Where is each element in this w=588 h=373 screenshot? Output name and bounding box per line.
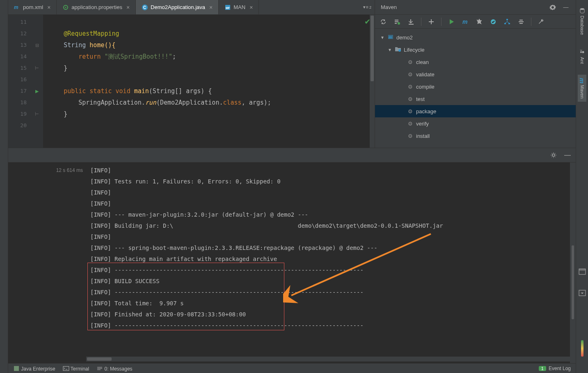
svg-point-7 — [398, 22, 400, 25]
gear-icon: ⚙ — [407, 96, 414, 102]
build-output-panel: 12 s 614 ms [INFO] [INFO] Tests run: 1, … — [8, 162, 576, 373]
fold-icon[interactable]: ⊟ — [31, 39, 43, 51]
minimize-icon[interactable]: — — [563, 151, 572, 159]
svg-point-20 — [580, 51, 582, 53]
manifest-file-icon: MF — [224, 4, 231, 11]
code-editor[interactable]: 11 12 13 14 15 16 17 18 19 20 — [8, 15, 375, 148]
console-h-scrollbar[interactable] — [86, 357, 570, 362]
ant-icon — [579, 49, 586, 55]
tree-goal-verify[interactable]: ⚙ verify — [375, 117, 576, 130]
editor-tab-bar: m pom.xml × application.properties × — [8, 0, 375, 15]
editor-scrollbar[interactable] — [370, 15, 375, 148]
minimize-icon[interactable]: — — [562, 3, 570, 11]
expand-arrow-icon[interactable]: ▼ — [387, 48, 392, 52]
toggle-skip-tests-icon[interactable] — [475, 18, 483, 26]
gutter-icons: ⊟ ⊢ ▶ ⊢ — [31, 15, 43, 148]
tree-goal-package[interactable]: ⚙ package — [375, 105, 576, 117]
maven-panel-title: Maven — [381, 4, 397, 10]
tree-goal-clean[interactable]: ⚙ clean — [375, 56, 576, 68]
svg-rect-12 — [508, 23, 510, 24]
show-dependencies-icon[interactable] — [503, 18, 511, 26]
run-gutter-icon[interactable]: ▶ — [31, 85, 43, 97]
svg-point-2 — [65, 7, 66, 8]
svg-point-21 — [582, 51, 584, 53]
offline-mode-icon[interactable] — [489, 18, 497, 26]
tab-demo2application[interactable]: C Demo2Application.java × — [136, 0, 219, 14]
tree-lifecycle-label: Lifecycle — [404, 47, 425, 53]
maven-file-icon: m — [14, 4, 21, 11]
expand-arrow-icon[interactable]: ▼ — [380, 35, 385, 40]
build-console[interactable]: [INFO] [INFO] Tests run: 1, Failures: 0,… — [86, 162, 570, 373]
close-icon[interactable]: × — [209, 4, 213, 11]
generate-sources-icon[interactable] — [393, 18, 401, 26]
console-scrollbar[interactable] — [570, 162, 576, 373]
svg-text:m: m — [14, 5, 18, 10]
svg-rect-11 — [504, 23, 506, 24]
run-icon[interactable] — [447, 18, 455, 26]
svg-rect-23 — [579, 269, 586, 271]
svg-rect-10 — [506, 19, 508, 20]
close-icon[interactable]: × — [126, 4, 130, 11]
folder-icon — [395, 46, 401, 54]
collapse-all-icon[interactable] — [517, 18, 525, 26]
layout-icon-2[interactable] — [576, 287, 588, 301]
svg-point-19 — [580, 8, 584, 10]
build-panel-header: — — [8, 148, 576, 162]
tree-goal-test[interactable]: ⚙ test — [375, 93, 576, 105]
right-tab-ant[interactable]: Ant — [578, 46, 586, 67]
right-tab-database[interactable]: Database — [578, 4, 586, 38]
tree-lifecycle-node[interactable]: ▼ Lifecycle — [375, 43, 576, 56]
gear-icon[interactable] — [549, 151, 558, 159]
right-tool-tabs: Database Ant m Maven — [576, 0, 588, 373]
tab-properties[interactable]: application.properties × — [57, 0, 136, 14]
svg-rect-17 — [14, 366, 19, 371]
tree-goal-validate[interactable]: ⚙ validate — [375, 68, 576, 80]
svg-point-15 — [398, 49, 401, 52]
maven-tool-window: Maven — — [375, 0, 576, 148]
status-messages[interactable]: 0: Messages — [96, 365, 132, 372]
event-count-badge: 1 — [539, 366, 546, 371]
breadcrumb-toggle-icon[interactable]: ▾≡2 — [360, 0, 375, 14]
memory-indicator — [581, 340, 583, 357]
refresh-icon[interactable] — [379, 18, 387, 26]
layout-icon-1[interactable] — [576, 265, 588, 279]
right-tab-maven[interactable]: m Maven — [578, 75, 586, 102]
maven-m-icon: m — [579, 78, 586, 83]
maven-toolbar: m — [375, 15, 576, 29]
tree-goal-compile[interactable]: ⚙ compile — [375, 80, 576, 93]
gear-icon: ⚙ — [407, 121, 414, 127]
code-text[interactable]: @RequestMapping String home(){ return "测… — [43, 15, 375, 148]
gear-icon: ⚙ — [407, 71, 414, 78]
add-icon[interactable] — [427, 18, 435, 26]
status-event-log[interactable]: Event Log — [549, 366, 571, 371]
close-icon[interactable]: × — [47, 4, 50, 11]
status-bar: Java Enterprise Terminal 0: Messages 1 E… — [8, 363, 576, 373]
tab-label: pom.xml — [23, 4, 43, 10]
gear-icon[interactable] — [549, 3, 557, 11]
close-icon[interactable]: × — [249, 4, 253, 11]
maven-m-icon[interactable]: m — [461, 18, 469, 26]
java-class-icon: C — [142, 4, 148, 11]
status-terminal[interactable]: Terminal — [63, 365, 89, 372]
left-gutter-bar — [0, 0, 8, 373]
fold-end-icon: ⊢ — [31, 62, 43, 74]
svg-text:m: m — [389, 35, 392, 39]
svg-text:MF: MF — [226, 7, 230, 9]
svg-point-16 — [552, 154, 555, 156]
tab-manifest[interactable]: MF MAN × — [219, 0, 259, 14]
maven-panel-header: Maven — — [375, 0, 576, 15]
svg-text:m: m — [462, 18, 467, 25]
tree-goal-install[interactable]: ⚙ install — [375, 130, 576, 142]
tab-pom[interactable]: m pom.xml × — [8, 0, 57, 14]
database-icon — [579, 7, 586, 14]
editor-panel: m pom.xml × application.properties × — [8, 0, 375, 148]
tree-project-node[interactable]: ▼ m demo2 — [375, 31, 576, 43]
gear-icon: ⚙ — [407, 133, 414, 139]
tab-label: application.properties — [71, 4, 122, 10]
download-icon[interactable] — [407, 18, 415, 26]
tab-label: Demo2Application.java — [151, 4, 205, 10]
maven-tree[interactable]: ▼ m demo2 ▼ Lifecycle ⚙ — [375, 29, 576, 148]
gear-icon: ⚙ — [407, 108, 414, 114]
wrench-icon[interactable] — [537, 18, 545, 26]
status-java-enterprise[interactable]: Java Enterprise — [13, 365, 55, 372]
